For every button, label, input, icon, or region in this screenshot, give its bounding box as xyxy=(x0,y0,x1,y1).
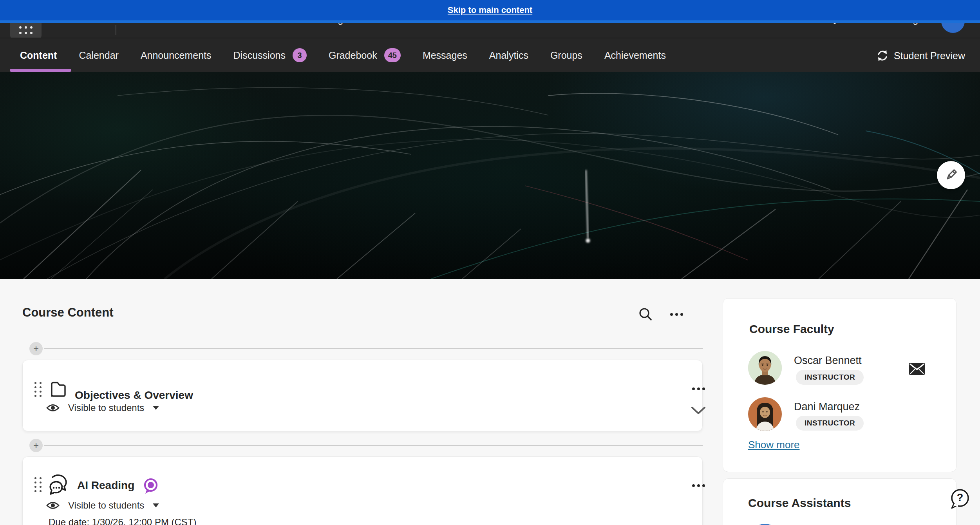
banner-light-trails xyxy=(0,72,980,279)
help-button[interactable]: ? xyxy=(949,488,971,510)
avatar xyxy=(748,397,782,431)
discussions-count-badge: 3 xyxy=(293,48,307,62)
eye-icon xyxy=(46,402,60,414)
avatar xyxy=(748,351,782,385)
item-menu-button[interactable] xyxy=(689,383,708,395)
drag-handle[interactable] xyxy=(34,477,42,492)
tab-content[interactable]: Content xyxy=(20,50,57,61)
skip-to-main-content-link[interactable]: Skip to main content xyxy=(448,5,532,15)
caret-down-icon xyxy=(153,503,159,507)
course-faculty-heading: Course Faculty xyxy=(749,322,834,336)
divider-line xyxy=(44,445,703,446)
kebab-icon xyxy=(692,387,705,390)
eye-icon xyxy=(46,499,60,512)
divider-line xyxy=(44,348,703,349)
skip-banner: Skip to main content xyxy=(0,0,980,20)
faculty-name[interactable]: Dani Marquez xyxy=(794,401,860,413)
faculty-role-badge: INSTRUCTOR xyxy=(796,416,864,431)
student-preview-label: Student Preview xyxy=(894,50,965,62)
student-preview-refresh-icon xyxy=(876,49,889,62)
search-content-button[interactable] xyxy=(637,306,654,322)
tab-messages[interactable]: Messages xyxy=(423,50,467,61)
course-assistants-card: Course Assistants xyxy=(723,478,956,525)
course-banner: daniel002 Foundations of Artificial Inte… xyxy=(0,72,980,279)
faculty-role-badge: INSTRUCTOR xyxy=(796,370,864,385)
search-icon xyxy=(638,307,653,321)
add-content-divider: + xyxy=(29,342,703,355)
visibility-dropdown[interactable]: Visible to students xyxy=(46,402,159,414)
header-divider xyxy=(116,25,116,35)
tab-groups[interactable]: Groups xyxy=(550,50,582,61)
svg-text:?: ? xyxy=(957,492,964,503)
gradebook-count-badge: 45 xyxy=(384,48,401,62)
course-content-heading: Course Content xyxy=(22,306,114,320)
kebab-icon xyxy=(692,484,705,487)
tab-calendar[interactable]: Calendar xyxy=(79,50,118,61)
item-menu-button[interactable] xyxy=(689,480,708,491)
tab-announcements[interactable]: Announcements xyxy=(141,50,212,61)
add-content-divider: + xyxy=(29,439,703,452)
course-assistants-heading: Course Assistants xyxy=(748,496,851,510)
faculty-name[interactable]: Oscar Bennett xyxy=(794,355,862,367)
visibility-label: Visible to students xyxy=(68,500,144,511)
expand-folder-button[interactable] xyxy=(688,404,709,417)
tab-achievements[interactable]: Achievements xyxy=(604,50,666,61)
course-nav: Content Calendar Announcements Discussio… xyxy=(0,38,980,72)
due-date-text: Due date: 1/30/26, 12:00 PM (CST) xyxy=(49,517,197,525)
kebab-icon xyxy=(670,313,683,316)
tab-analytics[interactable]: Analytics xyxy=(489,50,528,61)
content-item-title[interactable]: AI Reading xyxy=(77,479,134,492)
pencil-icon xyxy=(944,168,958,183)
active-tab-indicator xyxy=(10,69,71,72)
folder-icon xyxy=(49,380,67,398)
visibility-dropdown[interactable]: Visible to students xyxy=(46,499,159,512)
chevron-down-icon xyxy=(691,406,706,415)
edit-banner-button[interactable] xyxy=(937,161,965,189)
discussion-type-badge-icon xyxy=(142,477,159,495)
course-page: g g Skip to main content Content Calenda… xyxy=(0,0,980,525)
student-preview-button[interactable]: Student Preview xyxy=(876,38,965,73)
grid-dots-icon xyxy=(19,26,33,34)
help-icon: ? xyxy=(949,488,971,510)
content-item-objectives-overview: Objectives & Overview Visible to student… xyxy=(22,360,703,431)
add-content-button[interactable]: + xyxy=(29,342,43,355)
content-item-title[interactable]: Objectives & Overview xyxy=(75,389,193,402)
tab-gradebook[interactable]: Gradebook 45 xyxy=(329,48,401,62)
caret-down-icon xyxy=(153,406,159,410)
course-content-menu-button[interactable] xyxy=(667,308,686,320)
show-more-link[interactable]: Show more xyxy=(748,439,800,451)
content-item-ai-reading: AI Reading Visible to students Due date:… xyxy=(22,456,703,525)
drag-handle[interactable] xyxy=(34,382,42,397)
course-faculty-card: Course Faculty Oscar Bennett INSTRUCTOR xyxy=(723,298,956,472)
visibility-label: Visible to students xyxy=(68,402,144,413)
mail-icon xyxy=(909,362,925,375)
email-faculty-button[interactable] xyxy=(908,360,926,377)
skip-banner-edge xyxy=(0,20,980,23)
add-content-button[interactable]: + xyxy=(29,439,43,452)
discussion-icon xyxy=(47,473,71,496)
tab-discussions[interactable]: Discussions 3 xyxy=(233,48,307,62)
